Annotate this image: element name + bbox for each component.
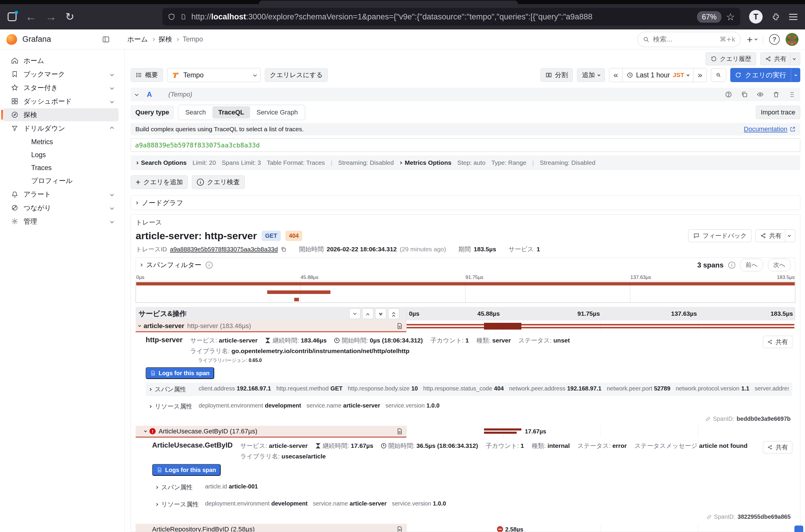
collapse-span-icon[interactable] (138, 324, 141, 327)
zoom-out-button[interactable] (711, 68, 726, 82)
extensions-icon[interactable] (771, 12, 780, 21)
add-query-button[interactable]: +クエリを追加 (131, 175, 188, 189)
split-button[interactable]: 分割 (540, 68, 573, 82)
collapse-all-button[interactable] (375, 308, 386, 319)
back-icon[interactable]: ← (25, 11, 37, 22)
tab-service-graph[interactable]: Service Graph (251, 106, 304, 119)
page-icon[interactable] (180, 13, 187, 21)
query-help-icon[interactable] (725, 91, 732, 98)
feedback-button[interactable]: フィードバック (688, 229, 752, 242)
span-filter-section[interactable]: スパンフィルター i 3 spans i 前へ 次へ (136, 258, 795, 272)
collapse-query-icon[interactable] (135, 92, 139, 96)
resource-attributes-row[interactable]: リソース属性 deployment.environmentdevelopment… (146, 400, 792, 413)
import-trace-button[interactable]: Import trace (756, 106, 800, 119)
span-row-findbyid[interactable]: ArticleRepository.FindByID (2.58µs) 2.58… (136, 524, 795, 532)
url-bar[interactable]: http://localhost:3000/explore?schemaVers… (162, 8, 740, 25)
reload-icon[interactable]: ↻ (65, 12, 74, 22)
time-range-button[interactable]: Last 1 hour JST (622, 68, 693, 82)
forward-icon[interactable]: → (45, 11, 57, 22)
prev-span-button[interactable]: 前へ (740, 259, 763, 271)
logs-for-span-button[interactable]: Logs for this span (146, 367, 214, 379)
sidebar-item-starred[interactable]: スター付き (3, 81, 119, 94)
node-graph-section[interactable]: ノードグラフ (131, 195, 800, 210)
global-search[interactable]: ⌘+k (637, 32, 741, 47)
breadcrumb-explore[interactable]: 探検 (158, 35, 172, 44)
sidebar-item-explore[interactable]: 探検 (3, 108, 119, 121)
chevron-down-icon[interactable] (110, 192, 114, 196)
span-bar-cell[interactable] (406, 320, 795, 332)
query-history-button[interactable]: クエリ履歴 (706, 52, 756, 65)
query-row-header[interactable]: A (Tempo) (131, 88, 800, 101)
span-attributes-row[interactable]: スパン属性 client.address192.168.97.1http.req… (146, 382, 792, 396)
delete-query-icon[interactable] (773, 91, 780, 98)
span-attributes-row[interactable]: スパン属性 article.idarticle-001 (152, 480, 792, 494)
collapse-one-button[interactable] (349, 308, 360, 319)
metrics-options-toggle[interactable]: Metrics Options (400, 159, 451, 166)
help-icon[interactable]: ? (769, 34, 780, 45)
chevron-down-icon[interactable] (110, 86, 114, 90)
time-shift-back-button[interactable]: « (609, 68, 622, 82)
trace-share-button[interactable]: 共有 (755, 229, 795, 242)
expand-node-graph-icon[interactable] (135, 201, 138, 204)
shield-icon[interactable] (168, 12, 175, 21)
add-dropdown-button[interactable]: 追加 (577, 68, 605, 82)
chevron-down-icon[interactable] (110, 206, 114, 210)
run-query-button[interactable]: クエリの実行 (730, 68, 800, 82)
trace-id-value[interactable]: a9a88839e5b5978f833075aa3cb8a33d (170, 246, 278, 253)
sidebar-item-logs[interactable]: Logs (0, 148, 121, 161)
sidebar-item-profiles[interactable]: プロフィール (0, 174, 121, 187)
trace-minimap[interactable]: 0µs 45.88µs 91.75µs 137.63µs 183.5µs (136, 274, 795, 303)
query-inspector-button[interactable]: iクエリ検査 (192, 175, 245, 189)
link-icon[interactable] (705, 416, 711, 422)
chevron-up-icon[interactable] (110, 127, 114, 130)
sidebar-item-connections[interactable]: つながり (3, 201, 119, 214)
url-text[interactable]: http://localhost:3000/explore?schemaVers… (191, 12, 692, 21)
outline-button[interactable]: 概要 (131, 68, 163, 82)
sidebar-item-home[interactable]: ホーム (3, 54, 119, 67)
tab-search[interactable]: Search (179, 106, 212, 119)
logs-for-span-button[interactable]: Logs for this span (152, 464, 221, 476)
search-options-toggle[interactable]: Search Options (136, 159, 187, 166)
share-dropdown[interactable] (790, 53, 795, 65)
share-button[interactable]: 共有 (760, 52, 800, 65)
sidebar-item-traces[interactable]: Traces (0, 161, 121, 174)
partially-visible-button[interactable] (794, 526, 803, 532)
next-span-button[interactable]: 次へ (768, 259, 791, 271)
sidebar-item-metrics[interactable]: Metrics (0, 135, 121, 148)
span-row-getbyid[interactable]: ArticleUsecase.GetByID (17.67µs) 17.67µs (136, 426, 795, 438)
chevron-down-icon[interactable] (110, 72, 114, 76)
trace-share-dropdown[interactable] (785, 229, 790, 242)
minimap-canvas[interactable] (136, 281, 795, 303)
copy-icon[interactable] (281, 246, 287, 252)
span-bar-cell[interactable]: 17.67µs (406, 426, 795, 438)
expand-span-filter-icon[interactable] (140, 264, 143, 267)
time-shift-forward-button[interactable]: » (693, 68, 706, 82)
menu-icon[interactable] (789, 14, 797, 20)
span-share-button[interactable]: 共有 (763, 336, 792, 348)
chevron-down-icon[interactable] (110, 220, 114, 223)
breadcrumb-home[interactable]: ホーム (128, 35, 148, 44)
queryless-button[interactable]: クエリレスにする (265, 68, 328, 82)
collapse-span-icon[interactable] (144, 429, 147, 432)
user-avatar[interactable] (786, 33, 799, 46)
drag-handle-icon[interactable] (788, 91, 796, 98)
tab-traceql[interactable]: TraceQL (212, 106, 250, 119)
span-logs-icon[interactable] (396, 526, 403, 532)
sidebar-item-administration[interactable]: 管理 (3, 215, 119, 228)
traceql-query-input[interactable] (135, 141, 796, 149)
resource-attributes-row[interactable]: リソース属性 deployment.environmentdevelopment… (152, 498, 792, 511)
bookmark-star-icon[interactable]: ☆ (726, 11, 735, 23)
sidebar-item-dashboards[interactable]: ダッシュボード (3, 95, 119, 108)
span-logs-icon[interactable] (396, 322, 403, 330)
span-row-http-server[interactable]: article-server http-server (183.46µs) (136, 320, 795, 332)
sidebar-item-drilldown[interactable]: ドリルダウン (3, 122, 119, 135)
link-icon[interactable] (706, 514, 712, 520)
new-button[interactable]: + (747, 34, 757, 44)
expand-one-button[interactable] (362, 308, 373, 319)
hide-query-icon[interactable] (757, 91, 764, 98)
span-share-button[interactable]: 共有 (763, 441, 792, 453)
traceql-query-field[interactable] (131, 138, 800, 152)
tab-overview-icon[interactable] (8, 12, 17, 21)
duplicate-query-icon[interactable] (741, 91, 748, 98)
sidebar-item-bookmarks[interactable]: ブックマーク (3, 68, 119, 81)
